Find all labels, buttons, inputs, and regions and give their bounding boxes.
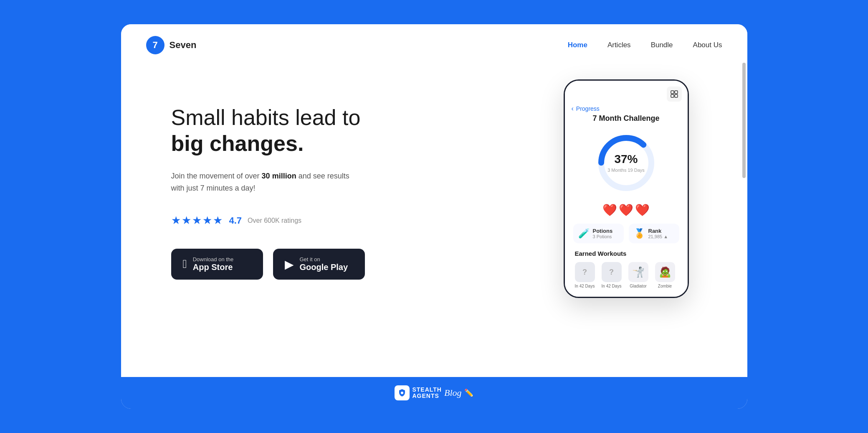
nav-articles[interactable]: Articles [607,41,631,49]
rating-row: ★★★★★ 4.7 Over 600K ratings [171,214,365,227]
phone-body: 7 Month Challenge 37% 3 Months 19 Days [565,114,688,297]
footer-brand: STEALTHAGENTS Blog ✏️ [395,385,473,400]
logo-text: Seven [170,40,197,51]
hearts-row: ❤️ ❤️ ❤️ [573,203,679,217]
main-frame: 7 Seven Home Articles Bundle About Us Sm… [121,24,747,409]
svg-rect-2 [671,94,674,97]
footer-text: STEALTHAGENTS [412,387,442,400]
footer-brand-name: STEALTHAGENTS [412,387,442,400]
googleplay-icon: ▶ [285,257,294,271]
rating-number: 4.7 [229,215,242,226]
footer-pencil-icon: ✏️ [464,388,473,397]
footer-shield-icon [395,385,410,400]
potions-icon: 🧪 [578,228,590,239]
scrollbar[interactable] [742,63,746,178]
stat-potions-text: Potions 3 Potions [593,228,613,239]
stats-row: 🧪 Potions 3 Potions 🏅 Rank 21,985 ▲ [573,224,679,243]
progress-center: 37% 3 Months 19 Days [607,153,645,173]
logo-area: 7 Seven [146,36,197,54]
headline-normal: Small habits lead to big changes. [171,104,365,157]
stat-potions: 🧪 Potions 3 Potions [573,224,624,243]
earned-label-zombie: Zombie [658,284,672,288]
googleplay-button[interactable]: ▶ Get it on Google Play [273,249,365,280]
earned-title: Earned Workouts [575,250,678,257]
phone-challenge-title: 7 Month Challenge [573,114,679,123]
phone-progress-label: Progress [576,105,600,112]
cta-buttons:  Download on the App Store ▶ Get it on … [171,249,365,280]
progress-sublabel: 3 Months 19 Days [607,168,645,173]
earned-icon-unknown-1: ? [575,262,595,282]
appstore-btn-text: Download on the App Store [193,256,234,272]
left-section: Small habits lead to big changes. Join t… [171,88,365,280]
earned-item-zombie: 🧟 Zombie [655,262,675,288]
footer: STEALTHAGENTS Blog ✏️ [121,377,747,409]
nav-links: Home Articles Bundle About Us [568,41,722,49]
nav-home[interactable]: Home [568,41,587,49]
rating-label: Over 600K ratings [248,217,301,224]
googleplay-btn-text: Get it on Google Play [300,256,348,272]
phone-mockup: ‹ Progress 7 Month Challenge [564,79,689,298]
stat-rank: 🏅 Rank 21,985 ▲ [629,224,679,243]
heart-3: ❤️ [635,203,650,217]
stars: ★★★★★ [171,214,223,227]
earned-item-1: ? In 42 Days [575,262,595,288]
apple-icon:  [183,257,187,271]
phone-action-icon [667,87,682,102]
appstore-button[interactable]:  Download on the App Store [171,249,263,280]
phone-mockup-container: ‹ Progress 7 Month Challenge [564,79,689,298]
rank-icon: 🏅 [634,228,645,239]
earned-item-2: ? In 42 Days [602,262,622,288]
earned-items-list: ? In 42 Days ? In 42 Days 🤺 Gladiator [575,262,678,288]
gladiator-icon: 🤺 [628,262,648,282]
svg-rect-1 [675,91,678,94]
svg-point-6 [401,392,403,394]
earned-item-gladiator: 🤺 Gladiator [628,262,648,288]
svg-rect-0 [671,91,674,94]
headline-bold: big changes. [171,130,365,156]
nav-about[interactable]: About Us [693,41,722,49]
progress-ring: 37% 3 Months 19 Days [573,130,679,196]
subtext: Join the movement of over 30 million and… [171,170,363,194]
navbar: 7 Seven Home Articles Bundle About Us [121,24,747,63]
earned-label-2: In 42 Days [602,284,622,288]
nav-bundle[interactable]: Bundle [651,41,673,49]
back-arrow-icon: ‹ [572,105,574,112]
footer-blog-label: Blog [444,387,462,398]
heart-1: ❤️ [602,203,617,217]
phone-nav-back: ‹ Progress [565,102,688,114]
zombie-icon: 🧟 [655,262,675,282]
svg-rect-3 [675,94,678,97]
logo-icon: 7 [146,36,164,54]
earned-icon-unknown-2: ? [602,262,622,282]
phone-top-bar [565,81,688,102]
heart-2: ❤️ [619,203,633,217]
main-content: Small habits lead to big changes. Join t… [121,63,747,377]
earned-workouts: Earned Workouts ? In 42 Days ? In 42 Day… [573,250,679,288]
progress-percent: 37% [607,153,645,166]
earned-label-gladiator: Gladiator [630,284,647,288]
earned-label-1: In 42 Days [575,284,595,288]
stat-rank-text: Rank 21,985 ▲ [648,228,668,239]
